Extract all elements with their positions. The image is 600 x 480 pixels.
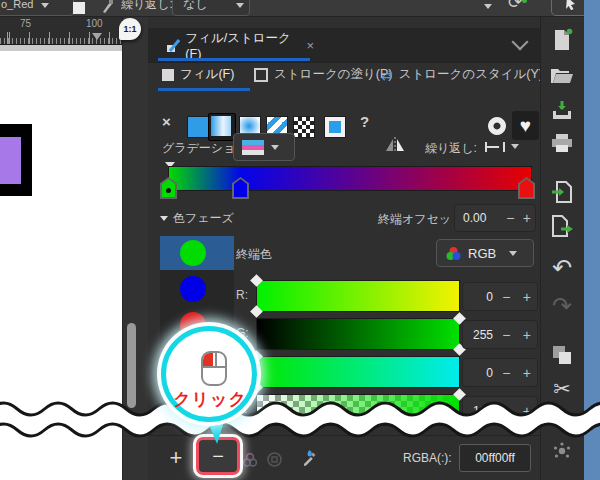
fill-rule-nonzero-button[interactable]: ♥ [512,111,539,140]
slider-r[interactable] [256,280,460,312]
decrement-button[interactable]: − [502,210,519,226]
end-offset-value[interactable]: 0.00 [455,211,502,225]
increment-button[interactable]: + [517,365,538,381]
dock-tab-fill-stroke[interactable]: フィル/ストローク(F) × [160,31,314,59]
save-document-button[interactable] [548,97,576,123]
ruler-number-100: 100 [86,18,103,29]
increment-button[interactable]: + [517,327,538,343]
remove-stop-button-highlighted[interactable]: − [196,437,240,475]
eyedropper-icon[interactable] [300,448,319,467]
tab-stroke-paint[interactable]: ストロークの塗り(P) [254,66,392,83]
canvas-rectangle-purple-fill [0,137,21,184]
slider-b[interactable] [256,356,460,388]
slider-r-thumb[interactable] [250,274,263,287]
tab-fill-active-underline [158,88,250,91]
mouse-left-button-red [203,353,213,366]
repeat-dropdown[interactable]: なし [172,0,250,16]
stops-expander[interactable]: 色フェーズ [160,210,234,227]
slider-g-spinbox[interactable]: 255 − + [462,320,538,349]
stroke-square-icon [254,68,268,82]
toolbar-overflow-icon[interactable] [484,4,492,9]
paint-unknown-button[interactable]: ? [360,113,369,130]
fill-square-icon [162,69,174,81]
refresh-icon[interactable]: ⟳ [508,0,522,13]
ruler-number-75: 75 [20,18,31,29]
color-mode-dropdown[interactable]: RGB [436,239,534,267]
disabled-center-icon [266,451,283,468]
gradient-preview-dropdown[interactable] [233,133,295,161]
gradient-name-label: o_Red [0,0,33,10]
decrement-button[interactable]: − [496,289,517,305]
slider-r-thumb[interactable] [250,305,263,318]
decrement-button[interactable]: − [496,365,517,381]
decrement-button[interactable]: − [496,327,517,343]
paint-pattern-button[interactable] [293,116,315,138]
print-button[interactable] [548,130,576,156]
dock-tab-close-icon[interactable]: × [306,38,314,53]
paint-linear-gradient-button-selected[interactable] [208,113,236,141]
evenodd-donut-icon [487,116,507,136]
reverse-gradient-icon[interactable] [385,136,405,154]
inkscape-window: o_Red 繰り返し: なし ⟳ 75 100 1:1 [0,0,600,480]
stop-row-blue[interactable] [160,272,234,306]
rgba-hex-value[interactable]: 00ff00ff [475,451,515,465]
callout-balloon: クリック [161,326,257,422]
dock-tab-active-underline [158,58,310,61]
canvas-scrollbar-thumb[interactable] [127,323,136,408]
page-tabs-row: フィル(F) ストロークの塗り(P) ⇄ ストロークのスタイル(Y) [148,62,540,92]
nonzero-blob-icon: ♥ [520,116,531,135]
stop-swatch-blue [180,276,206,302]
tab-fill-label: フィル(F) [180,66,234,83]
cursor-arrow-icon [564,0,578,10]
undo-button[interactable]: ↶ [548,255,576,281]
slider-b-spinbox[interactable]: 0 − + [462,358,538,387]
paint-flat-color-button[interactable] [187,116,209,138]
add-stop-button[interactable]: + [161,444,191,474]
dock-collapse-chevron-icon[interactable] [512,34,529,51]
white-swatch-icon [73,2,85,14]
paint-none-button[interactable]: × [162,113,171,130]
stop-swatch-green [180,240,206,266]
slider-r-value[interactable]: 0 [463,290,496,304]
export-button[interactable] [548,213,576,239]
duplicate-button[interactable] [548,342,576,368]
open-document-button[interactable] [548,62,576,88]
slider-g[interactable] [256,318,460,350]
slider-b-value[interactable]: 0 [463,366,496,380]
tab-fill[interactable]: フィル(F) [162,66,234,83]
disabled-duplicate-icon [242,452,258,468]
stroke-style-arrows-icon: ⇄ [381,67,393,83]
edit-gradient-icon[interactable] [100,0,114,14]
gradient-repeat-none-icon[interactable] [485,142,505,152]
torn-edge-wave [0,398,600,444]
redo-button-disabled[interactable]: ↷ [548,293,576,319]
tab-stroke-style[interactable]: ⇄ ストロークのスタイル(Y) [381,66,543,83]
refresh-status-dot [522,0,527,3]
expander-triangle-icon [160,216,168,221]
new-document-button[interactable] [548,27,576,53]
gradient-strip[interactable] [168,166,532,191]
slider-g-value[interactable]: 255 [463,328,496,342]
slider-r-spinbox[interactable]: 0 − + [462,282,538,311]
increment-button[interactable]: + [517,289,538,305]
end-offset-spinbox[interactable]: 0.00 − + [454,204,536,232]
dock-tab-title: フィル/ストローク(F) [185,30,301,61]
stop-row-green-selected[interactable] [160,236,234,270]
gradient-select-dropdown[interactable]: o_Red [0,0,74,16]
dock-tab-bar: フィル/ストローク(F) × [148,28,540,63]
repeat-label: 繰り返し: [121,0,173,13]
zoom-ratio-text: 1:1 [123,24,136,34]
rgba-hex-input[interactable]: 00ff00ff [459,444,531,472]
chevron-down-icon[interactable] [511,144,519,149]
zoom-ratio-badge: 1:1 [119,18,141,40]
fill-rule-evenodd-button[interactable] [484,112,510,140]
horizontal-ruler: 75 100 [0,17,122,44]
remove-stop-minus: − [212,445,224,468]
fill-stroke-dialog-icon [166,38,180,53]
import-button[interactable] [548,179,576,205]
canvas-rectangle-black-border[interactable] [0,124,32,196]
paint-swatch-button[interactable] [324,116,346,138]
increment-button[interactable]: + [519,210,536,226]
color-mode-value: RGB [468,246,496,261]
chevron-down-icon [271,145,279,150]
